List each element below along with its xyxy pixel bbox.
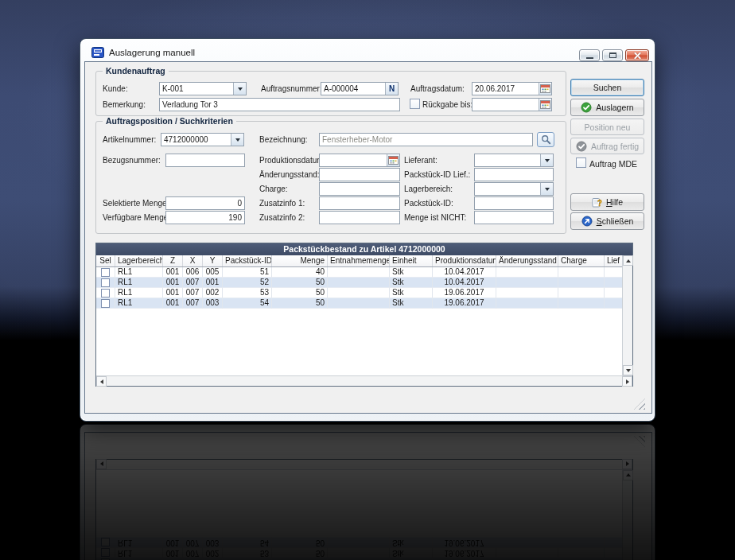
zusatzinfo1-input[interactable] [319, 196, 400, 210]
column-header-lagerbereich[interactable]: Lagerbereich [115, 255, 163, 266]
horizontal-scrollbar[interactable] [96, 375, 632, 386]
auftragsdatum-calendar-button[interactable] [539, 83, 551, 95]
hilfe-button[interactable]: ? Hilfe [570, 193, 644, 211]
maximize-button[interactable] [602, 49, 623, 61]
vertical-scrollbar[interactable] [622, 255, 632, 375]
table-cell: 003 [203, 298, 223, 309]
column-header-produktionsdatum[interactable]: Produktionsdatum [433, 255, 496, 266]
artikel-search-button[interactable] [537, 132, 554, 147]
chevron-down-icon [545, 159, 550, 162]
zusatzinfo2-input[interactable] [319, 211, 400, 224]
table-row[interactable]: RL10010070035450Stk19.06.2017 [96, 298, 622, 309]
table-middle: SelLagerbereichZXYPackstück-IDMengeEntna… [96, 255, 632, 375]
produktionsdatum-calendar-button[interactable] [387, 154, 399, 166]
auslagern-button[interactable]: Auslagern [570, 99, 644, 116]
auftrag-fertig-button[interactable]: Auftrag fertig [570, 138, 644, 154]
row-select-checkbox[interactable] [101, 289, 110, 298]
title-bar[interactable]: Auslagerung manuell [85, 44, 650, 60]
lieferant-combobox[interactable] [474, 154, 554, 167]
aenderungsstand-input[interactable] [319, 168, 400, 181]
column-header-z[interactable]: Z [163, 255, 183, 266]
packstueck-id-input[interactable] [474, 196, 554, 210]
table-cell [328, 278, 390, 288]
column-header-charge[interactable]: Charge [558, 255, 605, 266]
column-header-x[interactable]: X [183, 255, 203, 266]
rueckgabe-label: Rückgabe bis: [422, 100, 472, 110]
column-header--nderungsstand[interactable]: Änderungsstand [496, 255, 558, 266]
bemerkung-input[interactable] [159, 98, 400, 111]
menge-ist-nicht-input[interactable] [474, 211, 554, 224]
column-header-y[interactable]: Y [203, 255, 223, 266]
table-cell: 007 [183, 288, 203, 298]
help-question-icon: ? [592, 197, 602, 208]
kunde-dropdown-button[interactable] [233, 83, 246, 95]
column-header-packst-ck-id[interactable]: Packstück-ID [223, 255, 272, 266]
table-cell [496, 267, 558, 278]
bemerkung-label: Bemerkung: [103, 100, 146, 110]
position-neu-button[interactable]: Position neu [570, 119, 644, 135]
auftrag-mde-checkbox[interactable] [576, 158, 586, 168]
minimize-button[interactable] [579, 49, 600, 61]
lieferant-dropdown-button[interactable] [540, 154, 553, 166]
dialog-client-area: Kundenauftrag Kunde: K-001 Auftragsnumme… [84, 61, 652, 414]
table-cell [496, 298, 558, 309]
table-cell: 10.04.2017 [433, 278, 496, 288]
column-header-menge[interactable]: Menge [272, 255, 328, 266]
scroll-down-button[interactable] [623, 365, 633, 375]
auftragsdatum-input[interactable] [472, 83, 539, 95]
scroll-up-button[interactable] [623, 255, 633, 266]
window-title: Auslagerung manuell [109, 48, 195, 57]
auftragsnummer-input[interactable] [321, 83, 385, 95]
auftragsnummer-n-button[interactable]: N [385, 83, 398, 95]
lagerbereich-dropdown-button[interactable] [540, 183, 553, 195]
table-cell: Stk [390, 288, 433, 298]
schliessen-button[interactable]: Schließen [570, 212, 644, 230]
rueckgabe-checkbox[interactable] [410, 99, 420, 109]
table-cell: 007 [183, 278, 203, 288]
artikelnummer-dropdown-button[interactable] [231, 134, 243, 146]
verfuegbare-menge-input[interactable] [165, 211, 245, 224]
packstueck-id-lief-label: Packstück-ID Lief.: [404, 170, 470, 180]
bezeichnung-label: Bezeichnung: [259, 135, 308, 145]
auftrag-mde-label: Auftrag MDE [589, 159, 637, 169]
column-header-einheit[interactable]: Einheit [390, 255, 433, 266]
auftragsnummer-label: Auftragsnummer: [261, 84, 322, 94]
scroll-right-button[interactable] [622, 376, 632, 387]
table-cell: 19.06.2017 [433, 288, 496, 298]
charge-input[interactable] [319, 182, 400, 196]
artikelnummer-combobox[interactable]: 4712000000 [161, 133, 244, 146]
selektierte-menge-input[interactable] [165, 196, 245, 210]
scroll-left-button[interactable] [96, 376, 107, 387]
row-select-checkbox[interactable] [101, 268, 110, 277]
table-cell: 001 [163, 267, 183, 278]
bezugsnummer-label: Bezugsnummer: [103, 156, 161, 165]
table-row[interactable]: RL10010070025350Stk19.06.2017 [96, 288, 622, 298]
column-header-lief[interactable]: Lief [605, 255, 622, 266]
kunde-combobox[interactable]: K-001 [159, 82, 247, 95]
table-row[interactable]: RL10010070015250Stk10.04.2017 [96, 278, 622, 288]
suchen-button[interactable]: Suchen [570, 79, 644, 96]
rueckgabe-calendar-button[interactable] [539, 99, 551, 111]
svg-text:?: ? [597, 199, 602, 208]
column-header-sel[interactable]: Sel [96, 255, 115, 266]
resize-grip[interactable] [634, 399, 645, 410]
rueckgabe-input[interactable] [472, 99, 539, 111]
bezeichnung-input[interactable] [319, 133, 533, 146]
charge-label: Charge: [259, 185, 288, 194]
column-header-entnahmemenge[interactable]: Entnahmemenge [328, 255, 390, 266]
table-header-row: SelLagerbereichZXYPackstück-IDMengeEntna… [96, 255, 622, 267]
row-select-checkbox[interactable] [101, 299, 110, 308]
packstueck-id-lief-input[interactable] [474, 168, 554, 181]
lagerbereich-combobox[interactable] [474, 182, 554, 196]
chevron-left-icon [100, 379, 103, 384]
produktionsdatum-input[interactable] [320, 154, 387, 166]
row-select-checkbox[interactable] [101, 278, 110, 287]
calendar-icon [388, 156, 399, 165]
close-button[interactable] [625, 49, 649, 61]
table-cell: 001 [203, 278, 223, 288]
artikelnummer-label: Artikelnummer: [103, 135, 156, 145]
close-icon [633, 52, 642, 59]
table-row[interactable]: RL10010060055140Stk10.04.2017 [96, 267, 622, 278]
bezugsnummer-input[interactable] [165, 154, 245, 167]
table-cell: 19.06.2017 [433, 298, 496, 309]
